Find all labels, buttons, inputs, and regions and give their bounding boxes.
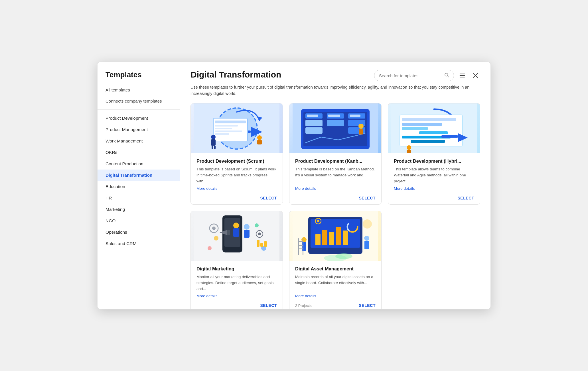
svg-rect-90 <box>298 241 303 242</box>
sidebar-item-operations[interactable]: Operations <box>98 227 180 238</box>
svg-rect-78 <box>322 230 327 245</box>
sidebar-item-sales-and-crm[interactable]: Sales and CRM <box>98 238 180 249</box>
svg-point-23 <box>257 135 262 140</box>
svg-rect-24 <box>257 140 262 144</box>
svg-point-39 <box>358 124 364 129</box>
card-kanban[interactable]: Product Development (Kanb...This templat… <box>289 103 382 205</box>
card-select-button-scrum[interactable]: SELECT <box>260 196 277 200</box>
sidebar-categories: Product DevelopmentProduct ManagementWor… <box>98 113 180 249</box>
card-title-digital-asset: Digital Asset Management <box>295 266 376 272</box>
card-image-digital-marketing <box>191 211 283 261</box>
svg-point-19 <box>211 135 216 139</box>
sidebar-item-all-templates[interactable]: All templates <box>98 84 180 95</box>
card-scrum[interactable]: Product Development (Scrum)This template… <box>190 103 283 205</box>
svg-rect-80 <box>336 227 341 245</box>
card-more-scrum[interactable]: More details <box>196 186 277 191</box>
svg-rect-35 <box>305 127 323 134</box>
sidebar-item-okrs[interactable]: OKRs <box>98 147 180 158</box>
svg-rect-46 <box>402 127 428 130</box>
card-desc-digital-marketing: Monitor all your marketing deliverables … <box>196 274 277 292</box>
card-select-button-kanban[interactable]: SELECT <box>359 196 376 200</box>
svg-rect-20 <box>211 139 216 146</box>
card-select-button-digital-marketing[interactable]: SELECT <box>260 303 277 308</box>
card-more-digital-asset[interactable]: More details <box>295 294 376 298</box>
cards-area: Product Development (Scrum)This template… <box>180 103 490 309</box>
svg-rect-14 <box>215 121 246 123</box>
card-footer-kanban: SELECT <box>289 193 381 204</box>
card-digital-asset[interactable]: Digital Asset ManagementMaintain records… <box>289 211 382 309</box>
sidebar: Templates All templates Connects company… <box>98 62 180 309</box>
svg-point-65 <box>233 223 239 228</box>
search-input[interactable] <box>379 73 442 78</box>
card-select-button-digital-asset[interactable]: SELECT <box>359 303 376 308</box>
svg-point-69 <box>244 224 250 230</box>
sidebar-item-digital-transformation[interactable]: Digital Transformation <box>98 170 180 181</box>
modal-container: Templates All templates Connects company… <box>97 62 491 309</box>
card-footer-digital-marketing: SELECT <box>191 300 283 309</box>
sidebar-item-product-management[interactable]: Product Management <box>98 124 180 135</box>
card-title-digital-marketing: Digital Marketing <box>196 266 277 272</box>
header-right <box>374 70 480 81</box>
main-header: Digital Transformation <box>180 62 490 81</box>
card-projects-digital-asset: 2 Projects <box>295 303 312 308</box>
svg-point-58 <box>212 227 216 230</box>
card-footer-scrum: SELECT <box>191 193 283 204</box>
svg-point-97 <box>335 253 352 259</box>
card-more-kanban[interactable]: More details <box>295 186 376 191</box>
sidebar-title: Templates <box>98 70 180 84</box>
sidebar-item-marketing[interactable]: Marketing <box>98 204 180 215</box>
svg-rect-51 <box>441 135 458 138</box>
svg-rect-47 <box>419 131 448 134</box>
svg-rect-49 <box>411 140 445 143</box>
sidebar-top-items: All templates Connects company templates <box>98 84 180 107</box>
sidebar-item-content-production[interactable]: Content Production <box>98 158 180 170</box>
sidebar-item-work-management[interactable]: Work Management <box>98 135 180 147</box>
svg-rect-94 <box>364 241 369 249</box>
svg-rect-45 <box>402 123 442 126</box>
page-subtitle: Use these templates to further your purs… <box>190 84 480 97</box>
card-image-kanban <box>289 103 381 153</box>
card-select-button-hybrid[interactable]: SELECT <box>457 196 474 200</box>
card-image-hybrid <box>388 103 480 153</box>
svg-point-63 <box>208 246 212 250</box>
search-box[interactable] <box>374 70 454 81</box>
svg-point-52 <box>407 145 411 150</box>
card-footer-hybrid: SELECT <box>388 193 480 204</box>
card-hybrid[interactable]: Product Development (Hybri...This templa… <box>388 103 480 205</box>
sidebar-item-ngo[interactable]: NGO <box>98 215 180 227</box>
card-footer-digital-asset: 2 ProjectsSELECT <box>289 300 381 309</box>
svg-rect-88 <box>298 238 299 255</box>
sidebar-item-education[interactable]: Education <box>98 181 180 192</box>
card-body-kanban: Product Development (Kanb...This templat… <box>289 153 381 193</box>
svg-rect-21 <box>212 146 213 149</box>
svg-point-85 <box>317 220 319 222</box>
svg-rect-89 <box>303 238 303 255</box>
svg-rect-77 <box>315 234 321 245</box>
card-more-hybrid[interactable]: More details <box>394 186 474 191</box>
svg-rect-71 <box>257 240 259 247</box>
svg-rect-44 <box>402 118 456 121</box>
svg-rect-40 <box>359 129 363 134</box>
sidebar-item-connects-company[interactable]: Connects company templates <box>98 95 180 107</box>
card-desc-scrum: This template is based on Scrum. It plan… <box>196 166 277 184</box>
card-body-hybrid: Product Development (Hybri...This templa… <box>388 153 480 193</box>
svg-point-61 <box>214 236 218 240</box>
card-digital-marketing[interactable]: Digital MarketingMonitor all your market… <box>190 211 283 309</box>
cards-grid: Product Development (Scrum)This template… <box>190 103 480 309</box>
card-more-digital-marketing[interactable]: More details <box>196 294 277 298</box>
sidebar-item-hr[interactable]: HR <box>98 192 180 204</box>
card-desc-digital-asset: Maintain records of all your digital ass… <box>295 274 376 292</box>
svg-point-93 <box>364 236 369 241</box>
svg-rect-34 <box>305 120 323 126</box>
card-title-hybrid: Product Development (Hybri... <box>394 158 474 164</box>
menu-icon-button[interactable] <box>457 71 467 80</box>
svg-rect-79 <box>329 232 334 245</box>
svg-rect-32 <box>328 115 340 117</box>
sidebar-item-product-development[interactable]: Product Development <box>98 113 180 124</box>
svg-rect-17 <box>215 131 242 132</box>
svg-rect-72 <box>260 243 263 247</box>
close-icon-button[interactable] <box>471 71 480 80</box>
svg-line-1 <box>447 76 449 77</box>
main-panel: Digital Transformation <box>180 62 490 309</box>
card-desc-kanban: This template is based on the Kanban Met… <box>295 166 376 184</box>
